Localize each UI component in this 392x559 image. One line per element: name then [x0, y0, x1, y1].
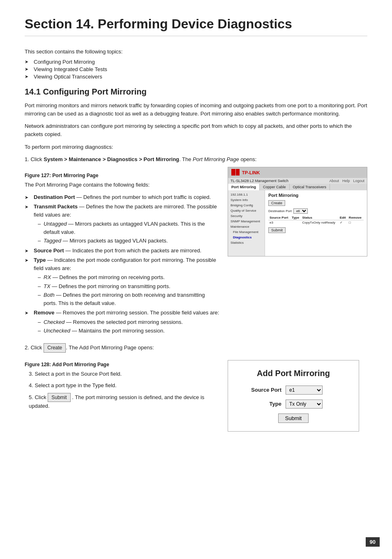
tab-optical-transceivers[interactable]: Optical Transceivers: [290, 184, 330, 190]
sub-unchecked: Unchecked — Maintains the port mirroring…: [38, 327, 219, 335]
topic-3: Viewing Optical Transceivers: [25, 74, 367, 80]
sidebar-snmp[interactable]: SNMP Management: [228, 219, 265, 224]
add-mirroring-submit-row: Submit: [240, 413, 346, 423]
device-dest-row: Destination Port e6: [268, 208, 364, 214]
field-list: Destination Port — Defines the port numb…: [25, 193, 219, 335]
device-header: TP-LINK: [228, 167, 367, 178]
col-status: Status: [301, 215, 338, 220]
figure127-section: Figure 127: Port Mirroring Page The Port…: [25, 167, 367, 339]
cell-status: CopyTxOnly notReady: [301, 220, 338, 225]
field-dest-port: Destination Port — Defines the port numb…: [25, 193, 219, 201]
field-remove: Remove — Removes the port mirroring sess…: [25, 309, 219, 335]
remove-sub-bullets: Checked — Removes the selected port mirr…: [38, 318, 219, 335]
field-source-port: Source Port — Indicates the port from wh…: [25, 247, 219, 255]
sub-both: Both — Defines the port mirroring on bot…: [38, 291, 219, 307]
sidebar-ip: 192.168.1.1: [228, 192, 265, 197]
sidebar-diagnostics[interactable]: Diagnostics: [228, 235, 265, 240]
type-select[interactable]: Tx Only: [286, 400, 323, 409]
sidebar-bridging-config[interactable]: Bridging Config: [228, 203, 265, 208]
device-screenshot: TP-LINK TL-SL3428 L2 Management Switch A…: [228, 167, 367, 256]
cell-edit: ✓: [339, 220, 348, 225]
device-tabs: Port Mirroring Copper Cable Optical Tran…: [228, 184, 367, 190]
add-mirroring-title: Add Port Mirroring: [240, 369, 346, 378]
device-main-title: Port Mirroring: [268, 193, 364, 198]
transmit-sub-bullets: Untagged — Mirrors packets as untagged V…: [38, 220, 219, 245]
sidebar-security[interactable]: Security: [228, 213, 265, 219]
device-main: Port Mirroring Create Destination Port e…: [265, 190, 367, 256]
device-create-btn[interactable]: Create: [268, 200, 285, 206]
cell-type: [291, 220, 301, 225]
add-mirroring-section: Add Port Mirroring Source Port e1 Type T…: [228, 356, 367, 432]
sidebar-maintenance[interactable]: Maintenance: [228, 224, 265, 229]
svg-rect-0: [231, 169, 235, 176]
device-nav-title: TL-SL3428 L2 Management Switch: [231, 179, 288, 183]
sidebar-qos[interactable]: Quality of Service: [228, 208, 265, 213]
type-sub-bullets: RX — Defines the port mirroring on recei…: [38, 273, 219, 307]
field-type: Type — Indicates the port mode configura…: [25, 256, 219, 307]
sub-rx: RX — Defines the port mirroring on recei…: [38, 273, 219, 282]
col-edit: Edit: [339, 215, 348, 220]
sub-untagged: Untagged — Mirrors packets as untagged V…: [38, 220, 219, 236]
figure127-left: Figure 127: Port Mirroring Page The Port…: [25, 167, 219, 339]
col-remove: Remove: [348, 215, 364, 220]
submit-inline-btn[interactable]: Submit: [48, 393, 70, 402]
device-sidebar: 192.168.1.1 System Info Bridging Config …: [228, 190, 265, 256]
tplink-logo-text: TP-LINK: [242, 170, 260, 175]
cell-source-port: e3: [268, 220, 291, 225]
step-2-text: 2. Click Create. The Add Port Mirroring …: [25, 343, 367, 353]
col-source-port: Source Port: [268, 215, 291, 220]
body-para3: To perform port mirroring diagnostics:: [25, 143, 367, 151]
source-port-label: Source Port: [240, 387, 281, 393]
add-mirroring-box: Add Port Mirroring Source Port e1 Type T…: [228, 360, 359, 432]
figure127-label: Figure 127: Port Mirroring Page: [25, 173, 219, 178]
step-5: 5. Click Submit . The port mirroring ses…: [29, 393, 219, 411]
body-para1: Port mirroring monitors and mirrors netw…: [25, 102, 367, 118]
topic-2: Viewing Integrated Cable Tests: [25, 66, 367, 72]
device-table: Source Port Type Status Edit Remove e3: [268, 215, 364, 225]
page-number: 90: [366, 537, 380, 547]
step-4: 4. Select a port type in the Type field.: [29, 381, 219, 390]
tab-port-mirroring[interactable]: Port Mirroring: [228, 184, 260, 190]
col-type: Type: [291, 215, 301, 220]
table-row: e3 CopyTxOnly notReady ✓ □: [268, 220, 364, 225]
nav-logout[interactable]: Logout: [353, 179, 364, 183]
svg-rect-1: [236, 169, 240, 176]
section-title: Section 14. Performing Device Diagnostic…: [25, 16, 367, 36]
dest-port-label: Destination Port: [268, 209, 292, 213]
nav-about[interactable]: About: [329, 179, 339, 183]
device-submit-btn[interactable]: Submit: [268, 227, 286, 233]
step-3: 3. Select a port in the Source Port fiel…: [29, 370, 219, 378]
source-port-row: Source Port e1: [240, 386, 346, 395]
sub-checked: Checked — Removes the selected port mirr…: [38, 318, 219, 326]
intro-text: This section contains the following topi…: [25, 49, 367, 55]
sidebar-statistics[interactable]: Statistics: [228, 240, 265, 245]
add-mirroring-submit-btn[interactable]: Submit: [278, 413, 309, 423]
sidebar-file-mgmt[interactable]: File Management: [228, 229, 265, 235]
create-inline-btn[interactable]: Create: [44, 343, 66, 353]
topic-1: Configuring Port Mirroring: [25, 59, 367, 65]
subsection-title: 14.1 Configuring Port Mirroring: [25, 87, 367, 97]
figure127-desc: The Port Mirroring Page contains the fol…: [25, 181, 219, 189]
nav-help[interactable]: Help: [342, 179, 350, 183]
sub-tagged: Tagged — Mirrors packets as tagged VLAN …: [38, 237, 219, 245]
source-port-select[interactable]: e1: [286, 386, 323, 395]
tplink-logo-icon: [231, 169, 240, 176]
figure128-label: Figure 128: Add Port Mirroring Page: [25, 362, 219, 367]
topics-list: Configuring Port Mirroring Viewing Integ…: [25, 59, 367, 80]
type-row: Type Tx Only: [240, 400, 346, 409]
tab-copper-cable[interactable]: Copper Cable: [260, 184, 290, 190]
device-body: 192.168.1.1 System Info Bridging Config …: [228, 190, 367, 256]
dest-port-select[interactable]: e6: [293, 208, 308, 214]
figure128-section: Figure 128: Add Port Mirroring Page 3. S…: [25, 356, 367, 432]
type-label: Type: [240, 401, 281, 407]
field-transmit-packets: Transmit Packets — Defines the how the p…: [25, 203, 219, 245]
device-nav: TL-SL3428 L2 Management Switch About Hel…: [228, 178, 367, 184]
sub-tx: TX — Defines the port mirroring on trans…: [38, 282, 219, 291]
figure128-left: Figure 128: Add Port Mirroring Page 3. S…: [25, 356, 219, 414]
body-para2: Network administrators can configure por…: [25, 122, 367, 139]
step-1-text: 1. Click System > Maintenance > Diagnost…: [25, 155, 367, 164]
sidebar-system-info[interactable]: System Info: [228, 197, 265, 203]
cell-remove: □: [348, 220, 364, 225]
device-nav-links: About Help Logout: [329, 179, 364, 183]
